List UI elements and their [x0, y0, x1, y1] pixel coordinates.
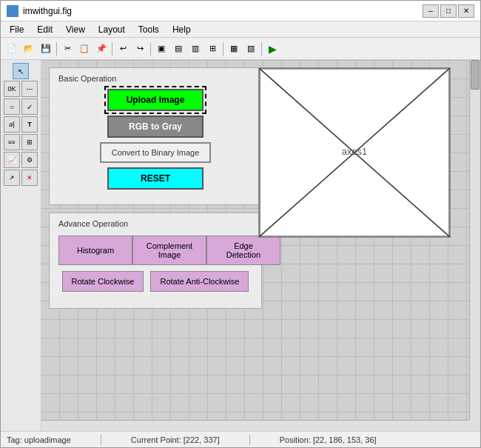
toolbar-b4[interactable]: ⊞	[204, 41, 221, 57]
status-tag: Tag: uploadimage	[7, 435, 71, 444]
menu-view[interactable]: View	[60, 23, 91, 36]
toolbar-b6[interactable]: ▧	[243, 41, 259, 57]
scroll-corner	[469, 420, 480, 431]
menubar: File Edit View Layout Tools Help	[1, 21, 480, 38]
sidebar-row-1: ↖	[13, 63, 29, 79]
toolbar: 📄 📂 💾 ✂ 📋 📌 ↩ ↪ ▣ ▤ ▥ ⊞ ▦ ▧ ▶	[1, 38, 480, 60]
toolbar-run[interactable]: ▶	[264, 41, 280, 57]
upload-image-button[interactable]: Upload Image	[107, 89, 204, 111]
status-sep1	[101, 435, 101, 445]
toolbar-new[interactable]: 📄	[4, 41, 20, 57]
ui-panel: Basic Operation Upload Image RGB to Gray…	[49, 67, 262, 412]
reset-button[interactable]: RESET	[107, 167, 204, 190]
convert-binary-button[interactable]: Convert to Binary Image	[100, 142, 211, 163]
sidebar-row-2: 0K ---	[4, 81, 38, 97]
titlebar-controls: – □ ✕	[423, 4, 474, 18]
tool-text-a[interactable]: a|	[4, 116, 20, 133]
basic-operation-title: Basic Operation	[58, 74, 252, 83]
toolbar-sep2	[112, 42, 112, 56]
basic-operation-box: Basic Operation Upload Image RGB to Gray…	[49, 67, 262, 205]
toolbar-paste[interactable]: 📌	[93, 41, 110, 57]
adv-row-1: Histogram Complement Image Edge Detectio…	[58, 235, 252, 265]
toolbar-cut[interactable]: ✂	[59, 41, 75, 57]
sidebar-row-5: ≡≡ ⊞	[4, 134, 38, 150]
toolbar-undo[interactable]: ↩	[115, 41, 131, 57]
scrollbar-vertical[interactable]	[469, 60, 480, 420]
toolbar-copy[interactable]: 📋	[76, 41, 92, 57]
tool-pointer[interactable]: ↖	[13, 63, 29, 79]
toolbar-b2[interactable]: ▤	[170, 41, 186, 57]
close-button[interactable]: ✕	[458, 4, 474, 18]
tiled-area: Basic Operation Upload Image RGB to Gray…	[41, 60, 469, 420]
window-title: imwithgui.fig	[23, 6, 72, 16]
app-icon	[7, 5, 18, 17]
menu-edit[interactable]: Edit	[31, 23, 58, 36]
tool-circle[interactable]: ○	[4, 98, 20, 115]
menu-layout[interactable]: Layout	[92, 23, 131, 36]
toolbar-redo[interactable]: ↪	[132, 41, 148, 57]
axes-svg: axes1	[259, 68, 450, 237]
sidebar: ↖ 0K --- ○ ✓ a| T ≡≡ ⊞ 📈 ⚙	[1, 60, 41, 431]
sidebar-row-4: a| T	[4, 116, 38, 133]
main-content: ↖ 0K --- ○ ✓ a| T ≡≡ ⊞ 📈 ⚙	[1, 60, 480, 431]
edge-detection-button[interactable]: Edge Detection	[206, 235, 280, 265]
status-position: Position: [22, 186, 153, 36]	[280, 435, 377, 444]
status-current-point: Current Point: [222, 337]	[131, 435, 220, 444]
adv-row-2: Rotate Clockwise Rotate Anti-Clockwise	[58, 271, 252, 292]
minimize-button[interactable]: –	[423, 4, 439, 18]
svg-text:axes1: axes1	[342, 146, 367, 157]
menu-file[interactable]: File	[4, 23, 30, 36]
rgb-to-gray-button[interactable]: RGB to Gray	[107, 116, 204, 138]
tool-cursor2[interactable]: ↗	[4, 170, 20, 186]
complement-image-button[interactable]: Complement Image	[132, 235, 206, 265]
toolbar-save[interactable]: 💾	[38, 41, 54, 57]
sidebar-row-7: ↗ ✕	[4, 170, 38, 186]
toolbar-open[interactable]: 📂	[21, 41, 37, 57]
titlebar-left: imwithgui.fig	[7, 5, 72, 17]
rotate-anticlockwise-button[interactable]: Rotate Anti-Clockwise	[150, 271, 249, 292]
toolbar-b3[interactable]: ▥	[187, 41, 204, 57]
advance-operation-title: Advance Operation	[58, 219, 252, 228]
tool-settings[interactable]: ⚙	[21, 152, 38, 168]
toolbar-b5[interactable]: ▦	[226, 41, 242, 57]
maximize-button[interactable]: □	[440, 4, 457, 18]
scrollbar-horizontal[interactable]	[41, 420, 469, 431]
tool-cross[interactable]: ✕	[21, 170, 38, 186]
tool-check[interactable]: ✓	[21, 98, 38, 115]
sidebar-row-6: 📈 ⚙	[4, 152, 38, 168]
toolbar-sep1	[56, 42, 57, 56]
status-sep2	[249, 435, 250, 445]
menu-tools[interactable]: Tools	[132, 23, 165, 36]
tool-grid[interactable]: ⊞	[21, 134, 38, 150]
main-window: imwithgui.fig – □ ✕ File Edit View Layou…	[0, 0, 481, 448]
tool-text-t[interactable]: T	[21, 116, 38, 133]
toolbar-sep5	[261, 42, 262, 56]
statusbar: Tag: uploadimage Current Point: [222, 33…	[1, 431, 480, 447]
scroll-thumb-v[interactable]	[471, 60, 480, 90]
work-area: Basic Operation Upload Image RGB to Gray…	[41, 60, 480, 431]
axes-area: axes1	[258, 67, 451, 238]
sidebar-row-3: ○ ✓	[4, 98, 38, 115]
toolbar-sep4	[223, 42, 223, 56]
tool-lines[interactable]: ---	[21, 81, 38, 97]
tool-zoom[interactable]: 0K	[4, 81, 20, 97]
toolbar-b1[interactable]: ▣	[153, 41, 169, 57]
toolbar-sep3	[150, 42, 151, 56]
tool-chart[interactable]: 📈	[4, 152, 20, 168]
histogram-button[interactable]: Histogram	[58, 235, 132, 265]
tool-data[interactable]: ≡≡	[4, 134, 20, 150]
menu-help[interactable]: Help	[166, 23, 197, 36]
titlebar: imwithgui.fig – □ ✕	[1, 1, 480, 21]
advance-operation-box: Advance Operation Histogram Complement I…	[49, 213, 262, 309]
rotate-clockwise-button[interactable]: Rotate Clockwise	[62, 271, 144, 292]
